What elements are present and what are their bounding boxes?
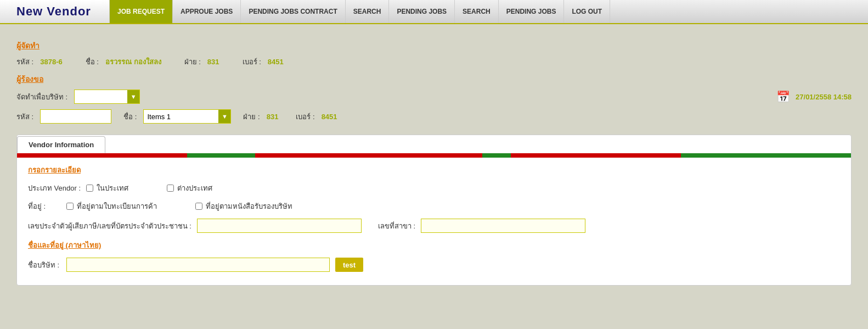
requestor-num-value: 8451 (322, 113, 337, 121)
color-bar-red-2 (255, 153, 482, 158)
color-bar-green-1 (187, 153, 255, 158)
items-select-input[interactable]: Items 1 (144, 110, 218, 123)
requester-dept-value: 831 (207, 58, 219, 66)
address-label: ที่อยู่ : (28, 200, 61, 212)
requestor-dept-value: 831 (267, 113, 279, 121)
items-select-arrow[interactable]: ▼ (218, 110, 230, 123)
tax-id-row: เลขประจำตัวผู้เสียภาษี/เลขที่บัตรประจำตั… (28, 219, 840, 233)
vendor-form: กรอกรายละเอียด ประเภท Vendor : ในประเทศ … (17, 158, 851, 285)
tax-id-label: เลขประจำตัวผู้เสียภาษี/เลขที่บัตรประจำตั… (28, 220, 191, 232)
vendor-type-label: ประเภท Vendor : (28, 182, 81, 194)
requester-dept-label: ฝ่าย : (184, 56, 201, 68)
logo-area: New Vendor (0, 0, 110, 23)
vendor-type-row: ประเภท Vendor : ในประเทศ ต่างประเทศ (28, 182, 840, 194)
requestor-row-2: รหัส : ชื่อ : Items 1 ▼ ฝ่าย : 831 เบอร์… (16, 109, 852, 124)
requester-name-value: อรวรรณ กองใสลง (105, 56, 161, 68)
foreign-group: ต่างประเทศ (167, 182, 212, 194)
fill-detail-row: กรอกรายละเอียด (28, 164, 840, 176)
items-select-wrapper[interactable]: Items 1 ▼ (143, 109, 231, 124)
branch-label: เลขที่สาขา : (378, 220, 415, 232)
requester-code-label: รหัส : (16, 56, 33, 68)
nav-search-1[interactable]: SEARCH (346, 0, 390, 23)
requester-name-label: ชื่อ : (86, 56, 99, 68)
header: New Vendor JOB REQUEST APPROUE JOBS PEND… (0, 0, 868, 24)
nav-approve-jobs[interactable]: APPROUE JOBS (173, 0, 241, 23)
address-row: ที่อยู่ : ที่อยู่ตามใบทะเบียนการค้า ที่อ… (28, 200, 840, 212)
addr-cert-group: ที่อยู่ตามหนังสือรับรองบริษัท (195, 200, 292, 212)
addr-cert-label: ที่อยู่ตามหนังสือรับรองบริษัท (206, 200, 292, 212)
domestic-checkbox[interactable] (86, 185, 93, 192)
company-select-input[interactable] (75, 90, 127, 103)
app-logo: New Vendor (16, 4, 91, 19)
vendor-tab-container: Vendor Information กรอกรายละเอียด ประเภท… (16, 135, 852, 286)
requestor-row-1: จัดทำเพื่อบริษัท : ▼ 📅 27/01/2558 14:58 (16, 90, 852, 104)
vendor-info-tab[interactable]: Vendor Information (17, 136, 105, 153)
requester-code-value: 3878-6 (40, 58, 62, 66)
nav-job-request[interactable]: JOB REQUEST (110, 0, 173, 23)
domestic-group: ในประเทศ (86, 182, 128, 194)
requestor-dept-label: ฝ่าย : (243, 111, 260, 122)
requester-row: รหัส : 3878-6 ชื่อ : อรวรรณ กองใสลง ฝ่าย… (16, 56, 852, 68)
company-select-wrapper[interactable]: ▼ (74, 90, 140, 104)
company-name-input[interactable] (66, 258, 330, 272)
addr-trade-group: ที่อยู่ตามใบทะเบียนการค้า (66, 200, 157, 212)
requestor-name-label: ชื่อ : (123, 111, 137, 122)
company-label: จัดทำเพื่อบริษัท : (16, 91, 67, 103)
nav-pending-jobs-1[interactable]: PENDING JOBS (389, 0, 455, 23)
color-bar-red-3 (511, 153, 681, 158)
addr-trade-checkbox[interactable] (66, 203, 74, 210)
foreign-checkbox[interactable] (167, 185, 174, 192)
nav-pending-jobs-2[interactable]: PENDING JOBS (499, 0, 565, 23)
addr-trade-label: ที่อยู่ตามใบทะเบียนการค้า (77, 200, 157, 212)
company-name-label: ชื่อบริษัท : (28, 259, 61, 271)
nav-pending-contract[interactable]: PENDING JOBS CONTRACT (241, 0, 345, 23)
requestor-code-input[interactable] (40, 109, 111, 124)
fill-detail-label: กรอกรายละเอียด (28, 164, 81, 176)
color-bar-green-2 (482, 153, 511, 158)
thai-name-section-row: ชื่อและที่อยู่ (ภาษาไทย) (28, 239, 840, 251)
vendor-tab-header: Vendor Information (17, 135, 851, 153)
requester-section-label: ผู้จัดทำ (16, 40, 852, 52)
company-select-arrow[interactable]: ▼ (127, 90, 139, 103)
addr-cert-checkbox[interactable] (195, 203, 202, 210)
branch-input[interactable] (421, 219, 585, 233)
requestor-num-label: เบอร์ : (296, 111, 314, 122)
thai-name-section-label: ชื่อและที่อยู่ (ภาษาไทย) (28, 239, 101, 251)
company-name-row: ชื่อบริษัท : test (28, 258, 840, 272)
color-bar-green-3 (681, 153, 851, 158)
domestic-label: ในประเทศ (97, 182, 128, 194)
requestor-code-label: รหัส : (16, 111, 33, 122)
color-bar-red-1 (17, 153, 187, 158)
foreign-label: ต่างประเทศ (177, 182, 212, 194)
nav-logout[interactable]: LOG OUT (564, 0, 610, 23)
test-button[interactable]: test (335, 258, 363, 272)
requester-num-value: 8451 (268, 58, 284, 66)
nav-search-2[interactable]: SEARCH (455, 0, 499, 23)
requester-num-label: เบอร์ : (243, 56, 261, 68)
requestor-section-label: ผู้ร้องขอ (16, 73, 852, 85)
color-bar (17, 153, 851, 158)
main-nav: JOB REQUEST APPROUE JOBS PENDING JOBS CO… (110, 0, 610, 23)
calendar-icon[interactable]: 📅 (776, 90, 790, 103)
main-content: ผู้จัดทำ รหัส : 3878-6 ชื่อ : อรวรรณ กอง… (0, 24, 868, 295)
tax-id-input[interactable] (197, 219, 362, 233)
datetime-value: 27/01/2558 14:58 (796, 93, 852, 101)
